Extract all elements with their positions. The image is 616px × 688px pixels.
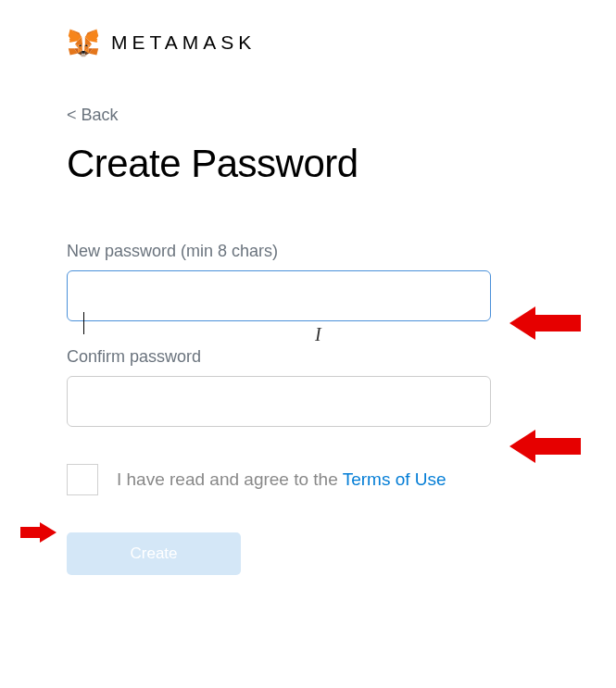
terms-agreement-row: I have read and agree to the Terms of Us… — [67, 464, 549, 495]
brand-name: METAMASK — [111, 31, 256, 54]
terms-of-use-link[interactable]: Terms of Use — [343, 469, 446, 489]
confirm-password-input[interactable] — [67, 376, 491, 427]
new-password-group: New password (min 8 chars) — [67, 242, 549, 321]
page-title: Create Password — [67, 142, 549, 186]
back-link[interactable]: < Back — [67, 106, 119, 125]
create-button[interactable]: Create — [67, 532, 241, 575]
ibeam-cursor-icon: I — [315, 324, 321, 345]
terms-label: I have read and agree to the Terms of Us… — [117, 469, 446, 490]
new-password-label: New password (min 8 chars) — [67, 242, 549, 261]
terms-checkbox[interactable] — [67, 464, 98, 495]
confirm-password-label: Confirm password — [67, 347, 549, 367]
metamask-fox-icon — [67, 26, 100, 59]
app-header: METAMASK — [67, 26, 549, 59]
terms-prefix-text: I have read and agree to the — [117, 469, 343, 489]
new-password-input[interactable] — [67, 270, 491, 321]
confirm-password-group: Confirm password — [67, 347, 549, 427]
text-caret-icon — [83, 312, 84, 334]
